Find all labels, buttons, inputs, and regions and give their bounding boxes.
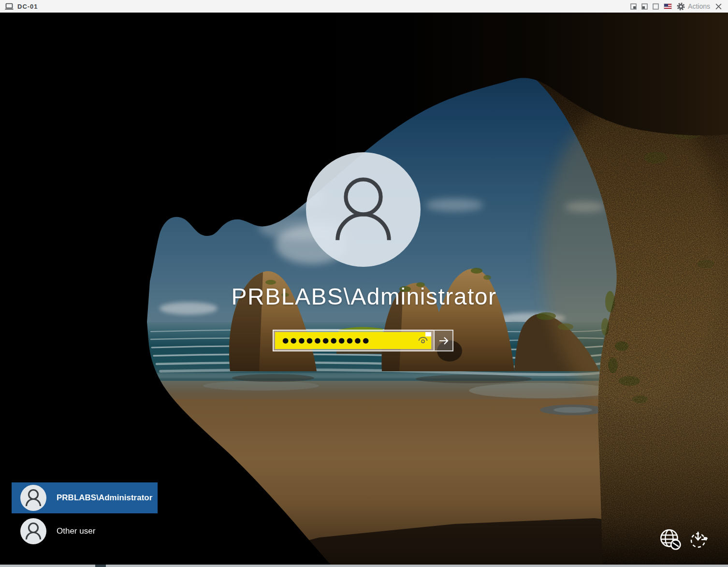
user-tile-other-user[interactable]: Other user <box>12 517 158 546</box>
windows-signin-screen: PRBLABS\Administrator ●●●●●●●●●●● <box>0 13 728 567</box>
password-masked-value: ●●●●●●●●●●● <box>282 337 370 344</box>
screen-size-actual-button[interactable] <box>630 3 637 10</box>
scrollbar-thumb[interactable] <box>95 565 106 567</box>
vm-console-icon <box>5 3 14 10</box>
screen-size-actual-icon <box>630 3 637 10</box>
console-close-button[interactable] <box>715 3 722 10</box>
person-icon <box>20 485 46 511</box>
network-globe-blocked-icon <box>659 528 682 551</box>
close-icon <box>715 3 722 10</box>
password-row: ●●●●●●●●●●● <box>273 330 453 351</box>
submit-arrow-icon <box>438 335 450 347</box>
console-titlebar: DC-01 Ac <box>0 0 728 13</box>
console-titlebar-right: Actions <box>630 2 728 11</box>
actions-label: Actions <box>688 2 710 10</box>
user-avatar-large <box>306 152 421 267</box>
keyboard-layout-button[interactable] <box>664 3 672 9</box>
console-titlebar-left: DC-01 <box>0 3 38 10</box>
vm-name: DC-01 <box>17 3 38 10</box>
user-avatar-small <box>20 485 46 511</box>
ease-of-access-button[interactable] <box>688 529 709 552</box>
person-icon <box>306 152 421 267</box>
gear-icon <box>677 2 685 11</box>
screen-size-full-button[interactable] <box>653 3 659 10</box>
user-tile-label: PRBLABS\Administrator <box>57 493 152 503</box>
horizontal-scrollbar[interactable] <box>0 565 728 567</box>
screen-size-full-icon <box>653 3 659 10</box>
password-highlight-overlay: ●●●●●●●●●●● <box>275 332 431 349</box>
network-status-button[interactable] <box>659 528 682 552</box>
user-tile-administrator[interactable]: PRBLABS\Administrator <box>12 482 158 513</box>
screen-size-fit-icon <box>641 3 648 10</box>
us-flag-icon <box>664 3 672 9</box>
actions-menu-button[interactable]: Actions <box>677 2 710 11</box>
ease-of-access-icon <box>688 529 709 550</box>
user-tile-label: Other user <box>57 526 95 536</box>
user-avatar-small <box>20 518 46 544</box>
screen-size-fit-button[interactable] <box>641 3 648 10</box>
signed-in-username: PRBLABS\Administrator <box>0 283 728 310</box>
person-icon <box>20 518 46 544</box>
reveal-password-icon[interactable] <box>418 335 428 346</box>
password-input[interactable]: ●●●●●●●●●●● <box>273 330 434 351</box>
submit-password-button[interactable] <box>434 330 453 351</box>
